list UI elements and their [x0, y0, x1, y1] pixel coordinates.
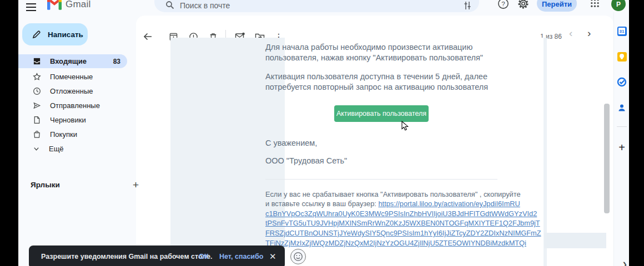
- scrollbar-thumb[interactable]: [604, 104, 610, 213]
- pencil-icon: [32, 30, 41, 39]
- footer-text: и вставьте ссылку в ваш браузер:: [265, 200, 378, 208]
- older-chevron-icon[interactable]: ›: [587, 28, 591, 38]
- compose-button[interactable]: Написать: [22, 23, 88, 45]
- gmail-logo-icon[interactable]: [47, 0, 62, 12]
- sidebar-item-label: Покупки: [50, 130, 77, 139]
- email-text-line: пользователя, нажав кнопку "Активировать…: [265, 53, 483, 62]
- inbox-count: 83: [113, 58, 120, 65]
- labels-header: Ярлыки: [31, 181, 60, 189]
- right-letterbox: [629, 0, 644, 266]
- sidebar-item-inbox[interactable]: Входящие 83: [18, 54, 127, 68]
- clock-icon: [33, 87, 41, 95]
- activation-link[interactable]: FRSZjdCUTBnOUNSTjJYeWdySIY5Qnc9PSIsIm1hY…: [265, 229, 541, 237]
- inbox-icon: [33, 57, 41, 65]
- sidebar-item-label: Помеченные: [50, 73, 93, 81]
- top-bar: Gmail ? Перейти P: [18, 0, 629, 12]
- email-text-line: Для начала работы необходимо произвести …: [265, 43, 472, 52]
- rail-divider: [617, 126, 627, 127]
- google-apps-grid-icon[interactable]: [590, 0, 600, 8]
- go-to-button[interactable]: Перейти: [537, 0, 577, 12]
- sidebar-item-snoozed[interactable]: Отложенные: [18, 84, 127, 98]
- notification-banner: Разрешите уведомления Gmail на рабочем с…: [29, 245, 285, 266]
- sidebar-item-label: Отложенные: [50, 87, 93, 95]
- sidebar-item-purchases[interactable]: Покупки: [18, 127, 127, 141]
- sidebar-item-label: Черновики: [50, 116, 86, 124]
- compose-label: Написать: [48, 30, 83, 39]
- back-arrow-icon[interactable]: [139, 28, 157, 45]
- main-menu-icon[interactable]: [26, 1, 36, 13]
- go-to-label: Перейти: [542, 0, 572, 8]
- email-footer-line: c1BnYVpOc3ZqWUhra0UyK0E3MWc9PSIsInZhbHVI…: [265, 209, 537, 218]
- tasks-icon[interactable]: [616, 76, 627, 88]
- shopping-bag-icon: [33, 130, 41, 139]
- email-text-line: Активация пользователя доступна в течени…: [265, 72, 487, 81]
- email-bottom-region: [544, 233, 606, 248]
- create-label-plus-icon[interactable]: +: [133, 179, 139, 191]
- activation-link[interactable]: TFjNzZjMzIxZjlWQzMDZjNzQxM2IjNzYzOGU4ZjI…: [265, 239, 526, 247]
- sidebar-item-starred[interactable]: Помеченные: [18, 70, 127, 84]
- email-regards: С уважением,: [265, 139, 317, 147]
- activate-user-button[interactable]: Активировать пользователя: [334, 105, 429, 122]
- profile-avatar[interactable]: P: [611, 0, 626, 11]
- sidebar: Написать Входящие 83 Помеченные Отложенн…: [18, 12, 136, 266]
- calendar-day: 31: [618, 28, 625, 34]
- keep-icon[interactable]: [616, 51, 627, 62]
- newer-chevron-icon[interactable]: ‹: [569, 28, 572, 38]
- email-footer-line: и вставьте ссылку в ваш браузер: https:/…: [265, 200, 520, 208]
- email-footer-line: TFjNzZjMzIxZjlWQzMDZjNzQxM2IjNzYzOGU4ZjI…: [265, 239, 526, 247]
- mouse-cursor: [401, 121, 410, 134]
- side-panel-rail: 31 +: [613, 12, 629, 266]
- sidebar-item-label: Ещё: [49, 145, 64, 153]
- notification-text: Разрешите уведомления Gmail на рабочем с…: [41, 253, 213, 260]
- calendar-icon[interactable]: 31: [616, 25, 627, 37]
- activation-link[interactable]: c1BnYVpOc3ZqWUhra0UyK0E3MWc9PSIsInZhbHVI…: [265, 209, 537, 218]
- gmail-brand-label: Gmail: [66, 0, 90, 10]
- email-divider: [265, 179, 497, 180]
- sidebar-item-label: Входящие: [50, 57, 87, 65]
- search-options-icon[interactable]: [463, 1, 472, 10]
- notification-ok-button[interactable]: ОК: [199, 253, 208, 260]
- search-icon[interactable]: [165, 1, 174, 9]
- svg-text:?: ?: [501, 1, 505, 7]
- help-icon[interactable]: ?: [497, 0, 509, 9]
- contacts-icon[interactable]: [616, 103, 627, 114]
- star-icon: [33, 73, 41, 81]
- email-text-line: потребуется повторный запрос на активаци…: [265, 83, 488, 91]
- email-footer-line: tPSnFvTG5uTU9JVHpjMXINSmRrWnZ0KzJ5WXBEN0…: [265, 219, 540, 227]
- left-letterbox: [0, 0, 18, 266]
- activation-link[interactable]: tPSnFvTG5uTU9JVHpjMXINSmRrWnZ0KzJ5WXBEN0…: [265, 219, 540, 227]
- email-footer-line: FRSZjdCUTBnOUNSTjJYeWdySIY5Qnc9PSIsIm1hY…: [265, 229, 541, 237]
- mail-panel: ⋮ 1 из 86 ‹ › Для начала работы необходи…: [136, 16, 613, 266]
- get-addons-plus-icon[interactable]: +: [616, 142, 627, 153]
- hide-panel-arrow-icon[interactable]: ❯: [622, 261, 627, 266]
- document-icon: [33, 116, 41, 124]
- sidebar-item-sent[interactable]: Отправленные: [18, 99, 127, 112]
- activation-link[interactable]: https://portal.liloo.by/activation/eyJpd…: [378, 200, 520, 208]
- notification-dismiss-button[interactable]: Нет, спасибо: [219, 253, 263, 260]
- sidebar-item-drafts[interactable]: Черновики: [18, 113, 127, 127]
- emoji-smiley-icon[interactable]: [290, 249, 306, 264]
- email-footer-line: Если у вас не срабатывает кнопка "Активи…: [265, 190, 521, 198]
- send-icon: [33, 101, 41, 110]
- notification-close-icon[interactable]: ✕: [269, 252, 276, 262]
- sidebar-item-more[interactable]: Ещё: [18, 142, 127, 156]
- avatar-letter: P: [616, 1, 621, 8]
- sidebar-item-label: Отправленные: [50, 101, 100, 110]
- search-input[interactable]: [180, 1, 424, 10]
- email-company: ООО "Трудовая Сеть": [265, 156, 347, 165]
- search-bar[interactable]: [154, 0, 479, 12]
- chevron-down-icon: [33, 145, 40, 152]
- settings-gear-icon[interactable]: [517, 0, 529, 9]
